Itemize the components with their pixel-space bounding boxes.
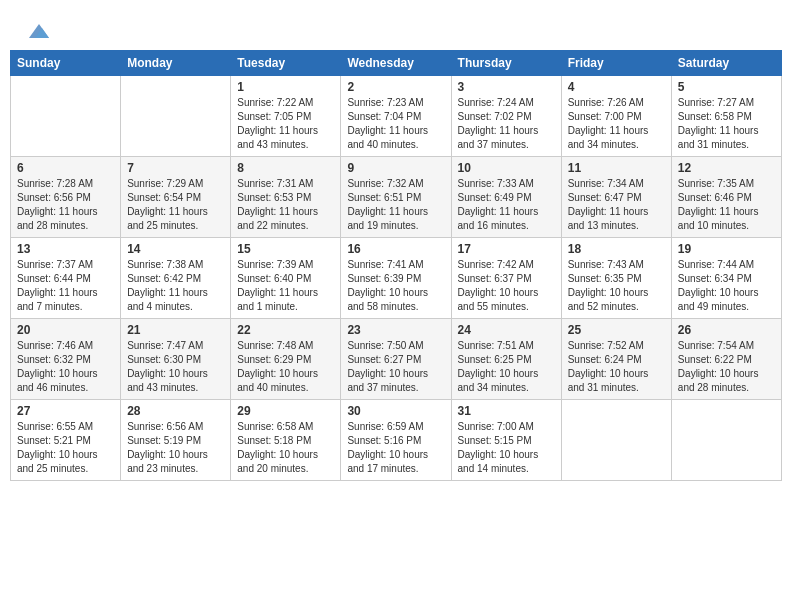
- day-number: 24: [458, 323, 555, 337]
- calendar-cell: 30Sunrise: 6:59 AM Sunset: 5:16 PM Dayli…: [341, 400, 451, 481]
- day-info: Sunrise: 6:58 AM Sunset: 5:18 PM Dayligh…: [237, 420, 334, 476]
- day-info: Sunrise: 7:28 AM Sunset: 6:56 PM Dayligh…: [17, 177, 114, 233]
- day-info: Sunrise: 6:56 AM Sunset: 5:19 PM Dayligh…: [127, 420, 224, 476]
- calendar-cell: 17Sunrise: 7:42 AM Sunset: 6:37 PM Dayli…: [451, 238, 561, 319]
- calendar-cell: 29Sunrise: 6:58 AM Sunset: 5:18 PM Dayli…: [231, 400, 341, 481]
- day-info: Sunrise: 7:43 AM Sunset: 6:35 PM Dayligh…: [568, 258, 665, 314]
- day-info: Sunrise: 7:32 AM Sunset: 6:51 PM Dayligh…: [347, 177, 444, 233]
- day-header-monday: Monday: [121, 51, 231, 76]
- day-info: Sunrise: 7:26 AM Sunset: 7:00 PM Dayligh…: [568, 96, 665, 152]
- day-number: 28: [127, 404, 224, 418]
- day-info: Sunrise: 7:24 AM Sunset: 7:02 PM Dayligh…: [458, 96, 555, 152]
- day-number: 20: [17, 323, 114, 337]
- day-number: 25: [568, 323, 665, 337]
- calendar-cell: 15Sunrise: 7:39 AM Sunset: 6:40 PM Dayli…: [231, 238, 341, 319]
- day-info: Sunrise: 7:52 AM Sunset: 6:24 PM Dayligh…: [568, 339, 665, 395]
- day-header-sunday: Sunday: [11, 51, 121, 76]
- day-number: 1: [237, 80, 334, 94]
- day-info: Sunrise: 7:27 AM Sunset: 6:58 PM Dayligh…: [678, 96, 775, 152]
- day-info: Sunrise: 7:48 AM Sunset: 6:29 PM Dayligh…: [237, 339, 334, 395]
- day-number: 16: [347, 242, 444, 256]
- calendar-cell: [121, 76, 231, 157]
- day-info: Sunrise: 7:00 AM Sunset: 5:15 PM Dayligh…: [458, 420, 555, 476]
- day-info: Sunrise: 7:39 AM Sunset: 6:40 PM Dayligh…: [237, 258, 334, 314]
- calendar-cell: 31Sunrise: 7:00 AM Sunset: 5:15 PM Dayli…: [451, 400, 561, 481]
- calendar-cell: 8Sunrise: 7:31 AM Sunset: 6:53 PM Daylig…: [231, 157, 341, 238]
- day-info: Sunrise: 7:41 AM Sunset: 6:39 PM Dayligh…: [347, 258, 444, 314]
- day-number: 15: [237, 242, 334, 256]
- day-number: 2: [347, 80, 444, 94]
- day-info: Sunrise: 7:46 AM Sunset: 6:32 PM Dayligh…: [17, 339, 114, 395]
- day-info: Sunrise: 7:50 AM Sunset: 6:27 PM Dayligh…: [347, 339, 444, 395]
- day-number: 22: [237, 323, 334, 337]
- calendar-cell: [561, 400, 671, 481]
- day-info: Sunrise: 7:38 AM Sunset: 6:42 PM Dayligh…: [127, 258, 224, 314]
- day-header-saturday: Saturday: [671, 51, 781, 76]
- day-number: 12: [678, 161, 775, 175]
- day-number: 8: [237, 161, 334, 175]
- day-number: 14: [127, 242, 224, 256]
- day-info: Sunrise: 7:35 AM Sunset: 6:46 PM Dayligh…: [678, 177, 775, 233]
- logo: [25, 20, 51, 40]
- calendar-cell: 14Sunrise: 7:38 AM Sunset: 6:42 PM Dayli…: [121, 238, 231, 319]
- day-number: 9: [347, 161, 444, 175]
- day-number: 23: [347, 323, 444, 337]
- day-info: Sunrise: 7:34 AM Sunset: 6:47 PM Dayligh…: [568, 177, 665, 233]
- calendar-cell: 6Sunrise: 7:28 AM Sunset: 6:56 PM Daylig…: [11, 157, 121, 238]
- calendar-cell: 7Sunrise: 7:29 AM Sunset: 6:54 PM Daylig…: [121, 157, 231, 238]
- calendar-cell: 24Sunrise: 7:51 AM Sunset: 6:25 PM Dayli…: [451, 319, 561, 400]
- page-header: [10, 10, 782, 45]
- calendar-cell: 19Sunrise: 7:44 AM Sunset: 6:34 PM Dayli…: [671, 238, 781, 319]
- calendar-cell: [11, 76, 121, 157]
- day-info: Sunrise: 7:42 AM Sunset: 6:37 PM Dayligh…: [458, 258, 555, 314]
- day-number: 11: [568, 161, 665, 175]
- calendar-cell: 1Sunrise: 7:22 AM Sunset: 7:05 PM Daylig…: [231, 76, 341, 157]
- calendar-cell: [671, 400, 781, 481]
- calendar-cell: 20Sunrise: 7:46 AM Sunset: 6:32 PM Dayli…: [11, 319, 121, 400]
- day-number: 6: [17, 161, 114, 175]
- day-info: Sunrise: 7:54 AM Sunset: 6:22 PM Dayligh…: [678, 339, 775, 395]
- calendar-cell: 16Sunrise: 7:41 AM Sunset: 6:39 PM Dayli…: [341, 238, 451, 319]
- calendar-cell: 23Sunrise: 7:50 AM Sunset: 6:27 PM Dayli…: [341, 319, 451, 400]
- calendar-cell: 5Sunrise: 7:27 AM Sunset: 6:58 PM Daylig…: [671, 76, 781, 157]
- day-header-wednesday: Wednesday: [341, 51, 451, 76]
- day-info: Sunrise: 7:23 AM Sunset: 7:04 PM Dayligh…: [347, 96, 444, 152]
- day-info: Sunrise: 7:33 AM Sunset: 6:49 PM Dayligh…: [458, 177, 555, 233]
- day-info: Sunrise: 7:44 AM Sunset: 6:34 PM Dayligh…: [678, 258, 775, 314]
- calendar-cell: 3Sunrise: 7:24 AM Sunset: 7:02 PM Daylig…: [451, 76, 561, 157]
- day-number: 27: [17, 404, 114, 418]
- calendar-cell: 18Sunrise: 7:43 AM Sunset: 6:35 PM Dayli…: [561, 238, 671, 319]
- logo-icon: [27, 20, 51, 40]
- day-number: 7: [127, 161, 224, 175]
- calendar-cell: 28Sunrise: 6:56 AM Sunset: 5:19 PM Dayli…: [121, 400, 231, 481]
- day-number: 31: [458, 404, 555, 418]
- day-info: Sunrise: 6:55 AM Sunset: 5:21 PM Dayligh…: [17, 420, 114, 476]
- day-number: 13: [17, 242, 114, 256]
- day-number: 30: [347, 404, 444, 418]
- day-number: 10: [458, 161, 555, 175]
- day-info: Sunrise: 7:31 AM Sunset: 6:53 PM Dayligh…: [237, 177, 334, 233]
- day-header-thursday: Thursday: [451, 51, 561, 76]
- calendar-cell: 12Sunrise: 7:35 AM Sunset: 6:46 PM Dayli…: [671, 157, 781, 238]
- calendar-cell: 26Sunrise: 7:54 AM Sunset: 6:22 PM Dayli…: [671, 319, 781, 400]
- day-info: Sunrise: 7:51 AM Sunset: 6:25 PM Dayligh…: [458, 339, 555, 395]
- day-info: Sunrise: 7:29 AM Sunset: 6:54 PM Dayligh…: [127, 177, 224, 233]
- day-number: 18: [568, 242, 665, 256]
- calendar-table: SundayMondayTuesdayWednesdayThursdayFrid…: [10, 50, 782, 481]
- calendar-cell: 13Sunrise: 7:37 AM Sunset: 6:44 PM Dayli…: [11, 238, 121, 319]
- day-info: Sunrise: 7:22 AM Sunset: 7:05 PM Dayligh…: [237, 96, 334, 152]
- day-number: 5: [678, 80, 775, 94]
- calendar-cell: 11Sunrise: 7:34 AM Sunset: 6:47 PM Dayli…: [561, 157, 671, 238]
- day-number: 19: [678, 242, 775, 256]
- day-number: 26: [678, 323, 775, 337]
- day-info: Sunrise: 7:47 AM Sunset: 6:30 PM Dayligh…: [127, 339, 224, 395]
- day-header-tuesday: Tuesday: [231, 51, 341, 76]
- day-number: 29: [237, 404, 334, 418]
- day-number: 17: [458, 242, 555, 256]
- calendar-cell: 2Sunrise: 7:23 AM Sunset: 7:04 PM Daylig…: [341, 76, 451, 157]
- day-number: 21: [127, 323, 224, 337]
- calendar-cell: 10Sunrise: 7:33 AM Sunset: 6:49 PM Dayli…: [451, 157, 561, 238]
- day-number: 3: [458, 80, 555, 94]
- calendar-cell: 4Sunrise: 7:26 AM Sunset: 7:00 PM Daylig…: [561, 76, 671, 157]
- day-header-friday: Friday: [561, 51, 671, 76]
